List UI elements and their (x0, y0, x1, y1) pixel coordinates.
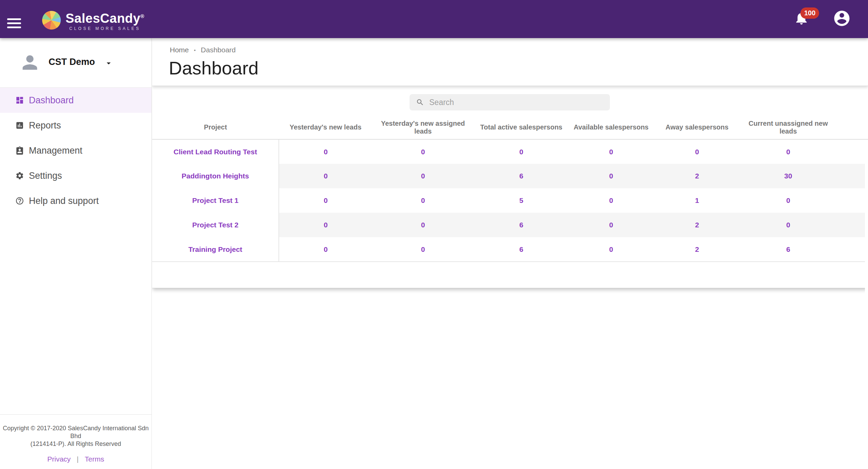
value-cell[interactable]: 0 (279, 213, 372, 237)
sidebar-item-label: Management (29, 145, 83, 156)
value-cell[interactable]: 0 (741, 188, 836, 213)
value-cell[interactable]: 0 (569, 237, 653, 262)
project-name-cell: Paddington Heights (152, 164, 279, 188)
value-cell[interactable]: 6 (474, 164, 569, 188)
column-header: Yesterday's new leads (279, 116, 372, 139)
value-cell[interactable]: 0 (569, 139, 653, 164)
value-cell[interactable]: 0 (279, 139, 372, 164)
value-cell[interactable]: 5 (474, 188, 569, 213)
value-cell[interactable]: 6 (474, 213, 569, 237)
column-header: Total active salespersons (474, 116, 569, 139)
help-icon (15, 196, 24, 205)
column-header: Available salespersons (569, 116, 653, 139)
value-cell[interactable]: 30 (741, 164, 836, 188)
sidebar-item-label: Dashboard (29, 95, 74, 106)
search-input[interactable] (410, 94, 610, 110)
projects-table: Project Yesterday's new leads Yesterday'… (152, 116, 868, 262)
terms-link[interactable]: Terms (85, 455, 104, 463)
table-header-row: Project Yesterday's new leads Yesterday'… (152, 116, 868, 139)
project-name-cell: Project Test 1 (152, 188, 279, 213)
table-scroll-gutter (865, 154, 868, 326)
value-cell[interactable]: 0 (653, 139, 741, 164)
column-header: Current unassigned new leads (741, 116, 836, 139)
title-bar: Home • Dashboard Dashboard (152, 38, 868, 86)
sidebar-item-label: Settings (29, 171, 62, 181)
brand-tagline: CLOSE MORE SALES (66, 26, 144, 31)
table-row[interactable]: Client Lead Routing Test 0 0 0 0 0 0 (152, 139, 868, 164)
column-header-cutoff: Curre (836, 116, 868, 139)
column-header: Yesterday's new assigned leads (372, 116, 474, 139)
project-name-cell: Training Project (152, 237, 279, 262)
user-avatar (19, 52, 41, 73)
value-cell-clipped (836, 188, 868, 213)
sidebar: CST Demo Dashboard Reports Management (0, 38, 152, 469)
chevron-down-icon (104, 58, 113, 68)
legal-divider: | (77, 455, 78, 463)
project-name-cell: Client Lead Routing Test (152, 139, 279, 164)
value-cell[interactable]: 0 (569, 188, 653, 213)
column-header: Away salespersons (653, 116, 741, 139)
project-name-cell: Project Test 2 (152, 213, 279, 237)
dashboard-icon (15, 96, 24, 105)
value-cell[interactable]: 0 (741, 139, 836, 164)
table-row[interactable]: Paddington Heights 0 0 6 0 2 30 (152, 164, 868, 188)
page-title: Dashboard (169, 57, 258, 79)
sidebar-item-dashboard[interactable]: Dashboard (0, 88, 151, 113)
breadcrumb-current: Dashboard (201, 46, 236, 54)
sidebar-item-management[interactable]: Management (0, 138, 151, 163)
copyright-text: Copyright © 2017-2020 SalesCandy Interna… (0, 424, 151, 448)
brand-name: SalesCandy® (66, 10, 144, 25)
value-cell[interactable]: 0 (279, 188, 372, 213)
registered-mark: ® (140, 13, 144, 19)
value-cell[interactable]: 0 (741, 213, 836, 237)
value-cell[interactable]: 6 (741, 237, 836, 262)
privacy-link[interactable]: Privacy (47, 455, 71, 463)
sidebar-item-settings[interactable]: Settings (0, 163, 151, 188)
value-cell[interactable]: 0 (372, 237, 474, 262)
column-header-project: Project (152, 116, 279, 139)
search-box (410, 94, 610, 110)
sidebar-nav: Dashboard Reports Management Settings He… (0, 88, 151, 213)
value-cell[interactable]: 2 (653, 213, 741, 237)
breadcrumb-separator: • (194, 47, 196, 53)
value-cell[interactable]: 0 (569, 164, 653, 188)
value-cell[interactable]: 0 (372, 213, 474, 237)
menu-icon[interactable] (7, 18, 21, 29)
candy-logo-icon (42, 11, 61, 30)
value-cell[interactable]: 2 (653, 237, 741, 262)
sidebar-item-reports[interactable]: Reports (0, 113, 151, 138)
sidebar-footer: Copyright © 2017-2020 SalesCandy Interna… (0, 414, 151, 469)
workspace-name: CST Demo (49, 57, 95, 67)
app-header: SalesCandy® CLOSE MORE SALES 100 (0, 0, 868, 38)
value-cell[interactable]: 0 (372, 164, 474, 188)
breadcrumb: Home • Dashboard (170, 46, 236, 54)
value-cell[interactable]: 0 (372, 188, 474, 213)
table-row[interactable]: Project Test 1 0 0 5 0 1 0 (152, 188, 868, 213)
value-cell-clipped (836, 139, 868, 164)
reports-icon (15, 121, 24, 130)
brand-logo: SalesCandy® CLOSE MORE SALES (42, 10, 144, 31)
value-cell[interactable]: 0 (279, 164, 372, 188)
value-cell[interactable]: 1 (653, 188, 741, 213)
value-cell[interactable]: 6 (474, 237, 569, 262)
value-cell-clipped (836, 237, 868, 262)
value-cell[interactable]: 2 (653, 164, 741, 188)
table-row[interactable]: Training Project 0 0 6 0 2 6 (152, 237, 868, 262)
sidebar-item-help[interactable]: Help and support (0, 188, 151, 213)
value-cell[interactable]: 0 (569, 213, 653, 237)
value-cell-clipped (836, 213, 868, 237)
sidebar-item-label: Reports (29, 120, 61, 131)
account-icon[interactable] (833, 9, 851, 28)
value-cell[interactable]: 0 (279, 237, 372, 262)
workspace-selector[interactable]: CST Demo (0, 38, 151, 88)
breadcrumb-home-link[interactable]: Home (170, 46, 189, 54)
sidebar-item-label: Help and support (29, 196, 99, 206)
main-content: Project Yesterday's new leads Yesterday'… (152, 38, 868, 469)
value-cell[interactable]: 0 (372, 139, 474, 164)
table-row[interactable]: Project Test 2 0 0 6 0 2 0 (152, 213, 868, 237)
management-icon (15, 146, 24, 155)
value-cell[interactable]: 0 (474, 139, 569, 164)
value-cell-clipped (836, 164, 868, 188)
search-row (152, 86, 868, 116)
notification-count-badge: 100 (800, 7, 819, 19)
